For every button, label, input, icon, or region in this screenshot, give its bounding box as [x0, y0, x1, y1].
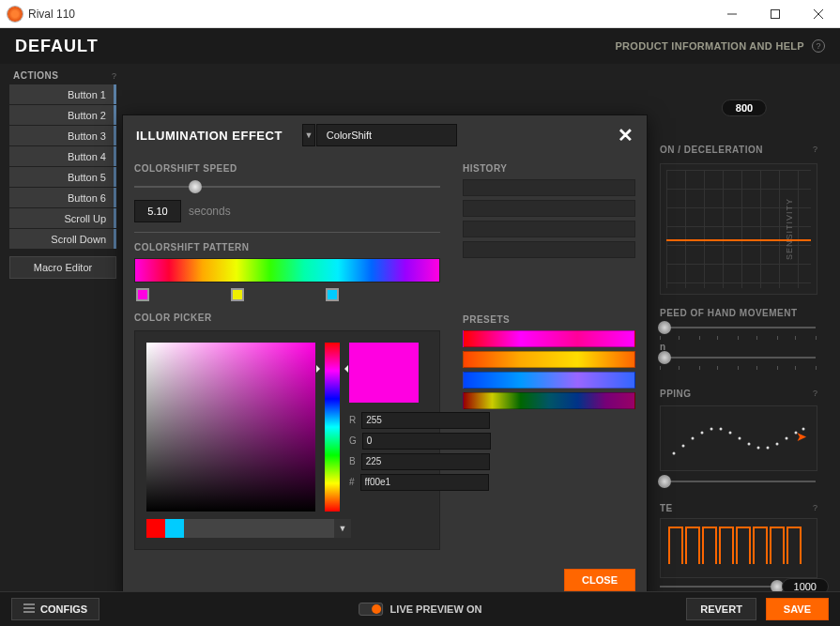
swatch-more-icon[interactable]: ▼ — [334, 519, 351, 538]
hue-bar[interactable] — [325, 343, 340, 511]
hex-label: # — [349, 477, 355, 487]
preset-1[interactable] — [463, 330, 635, 347]
svg-point-13 — [757, 447, 760, 450]
actions-sidebar: ACTIONS ? Button 1Button 2Button 3Button… — [9, 68, 116, 279]
help-icon[interactable]: ? — [112, 71, 116, 81]
on-slider-knob[interactable] — [658, 351, 671, 364]
speed-slider-knob[interactable] — [658, 321, 671, 334]
svg-point-7 — [701, 432, 704, 435]
swatch[interactable] — [297, 519, 315, 538]
revert-button[interactable]: REVERT — [686, 598, 756, 620]
cpi-value[interactable]: 800 — [722, 99, 767, 116]
swatch[interactable] — [203, 519, 221, 538]
help-icon[interactable]: ? — [812, 39, 825, 53]
help-icon[interactable]: ? — [813, 503, 817, 512]
window-title: Rival 110 — [28, 8, 75, 21]
snapping-slider-knob[interactable] — [658, 475, 671, 488]
modal-close-x[interactable]: ✕ — [618, 124, 634, 146]
svg-point-14 — [767, 447, 770, 450]
speed-slider-knob[interactable] — [189, 180, 202, 193]
svg-rect-1 — [771, 9, 780, 18]
app-logo-icon — [8, 7, 23, 22]
maximize-button[interactable] — [754, 0, 797, 28]
hand-speed-label: PEED OF HAND MOVEMENT — [660, 308, 798, 318]
live-preview-label: LIVE PREVIEW ON — [390, 603, 482, 615]
configs-button[interactable]: CONFIGS — [11, 598, 99, 620]
svg-point-18 — [802, 428, 805, 431]
modal-title: ILLUMINATION EFFECT — [136, 129, 283, 143]
illumination-effect-modal: ILLUMINATION EFFECT ▼ ColorShift ✕ COLOR… — [122, 115, 648, 601]
svg-point-4 — [673, 452, 676, 455]
action-scroll-up[interactable]: Scroll Up — [9, 208, 116, 228]
minimize-button[interactable] — [710, 0, 754, 28]
r-label: R — [349, 415, 356, 425]
history-slot[interactable] — [463, 241, 635, 258]
swatch[interactable] — [184, 519, 203, 538]
action-button-1[interactable]: Button 1 — [9, 84, 116, 104]
svg-point-12 — [748, 443, 751, 446]
swatch[interactable] — [221, 519, 240, 538]
svg-point-10 — [729, 432, 732, 435]
help-icon[interactable]: ? — [813, 389, 817, 398]
action-button-5[interactable]: Button 5 — [9, 167, 116, 187]
action-button-4[interactable]: Button 4 — [9, 146, 116, 166]
angle-snapping-label: PPING — [660, 389, 692, 399]
pattern-marker[interactable] — [326, 288, 339, 301]
settings-right-panel: 800 ON / DECELERATION ? SENSITIVITY PEED… — [660, 64, 829, 591]
swatch[interactable] — [146, 519, 165, 538]
history-slot[interactable] — [463, 221, 635, 237]
dropdown-arrow-icon[interactable]: ▼ — [302, 124, 315, 146]
svg-point-5 — [682, 445, 685, 448]
swatch[interactable] — [278, 519, 297, 538]
speed-slider[interactable] — [134, 179, 440, 194]
presets-label: PRESETS — [463, 314, 635, 325]
svg-point-11 — [739, 437, 741, 440]
action-button-2[interactable]: Button 2 — [9, 105, 116, 125]
svg-point-6 — [692, 437, 695, 440]
current-color-swatch — [349, 343, 419, 403]
hamburger-icon — [23, 603, 35, 615]
configs-label: CONFIGS — [40, 603, 87, 615]
swatch[interactable] — [240, 519, 259, 538]
toggle-switch[interactable] — [359, 603, 383, 616]
close-button[interactable]: CLOSE — [564, 569, 635, 591]
color-picker: R G B # — [134, 330, 440, 550]
history-slot[interactable] — [463, 179, 635, 196]
swatch[interactable] — [165, 519, 184, 538]
acceleration-graph[interactable]: SENSITIVITY — [660, 163, 817, 295]
preset-4[interactable] — [463, 392, 635, 409]
effect-dropdown[interactable]: ▼ ColorShift — [316, 124, 457, 146]
angle-snapping-graph[interactable]: ➤ — [660, 405, 817, 471]
swatch[interactable] — [315, 519, 334, 538]
polling-rate-graph — [660, 518, 817, 578]
pattern-marker[interactable] — [231, 288, 244, 301]
action-scroll-down[interactable]: Scroll Down — [9, 229, 116, 249]
bottom-bar: CONFIGS LIVE PREVIEW ON REVERT SAVE — [0, 591, 840, 626]
colorshift-speed-label: COLORSHIFT SPEED — [134, 163, 440, 174]
save-button[interactable]: SAVE — [766, 598, 829, 620]
colorshift-spectrum[interactable] — [134, 258, 440, 282]
g-label: G — [349, 435, 357, 446]
macro-editor-button[interactable]: Macro Editor — [9, 256, 116, 279]
preset-3[interactable] — [463, 372, 635, 389]
history-label: HISTORY — [463, 163, 635, 174]
product-info-link[interactable]: PRODUCT INFORMATION AND HELP — [615, 40, 804, 52]
action-button-3[interactable]: Button 3 — [9, 126, 116, 145]
sensitivity-axis-label: SENSITIVITY — [785, 198, 794, 260]
help-icon[interactable]: ? — [813, 145, 817, 154]
polling-rate-label: TE — [660, 503, 673, 513]
saturation-value-area[interactable] — [146, 343, 315, 511]
pattern-marker[interactable] — [136, 288, 149, 301]
actions-label: ACTIONS — [9, 68, 59, 84]
action-button-6[interactable]: Button 6 — [9, 188, 116, 207]
preset-2[interactable] — [463, 351, 635, 368]
svg-point-8 — [710, 428, 713, 431]
acceleration-label: ON / DECELERATION — [660, 145, 763, 155]
speed-input[interactable] — [134, 200, 181, 222]
history-slot[interactable] — [463, 200, 635, 217]
swatch[interactable] — [259, 519, 278, 538]
close-window-button[interactable] — [797, 0, 840, 28]
colorshift-pattern-label: COLORSHIFT PATTERN — [134, 242, 440, 252]
live-preview-toggle[interactable]: LIVE PREVIEW ON — [359, 603, 482, 616]
svg-point-9 — [720, 428, 723, 431]
